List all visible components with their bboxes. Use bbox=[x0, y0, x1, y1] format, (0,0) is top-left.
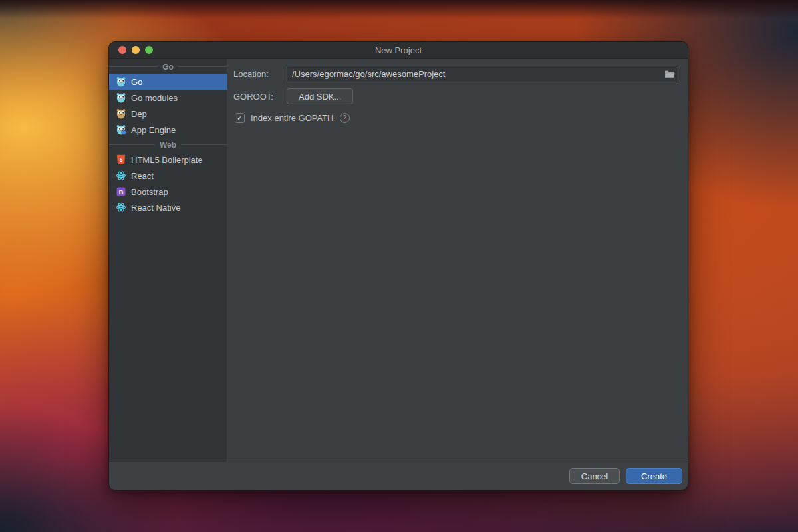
sidebar-item-label: Go modules bbox=[131, 93, 178, 103]
cancel-button[interactable]: Cancel bbox=[569, 468, 620, 484]
sidebar-item-label: Bootstrap bbox=[131, 187, 168, 197]
sidebar-item-dep[interactable]: Dep bbox=[109, 106, 227, 122]
react-icon bbox=[116, 202, 126, 213]
project-type-sidebar: Go Go Go modules Dep bbox=[109, 59, 227, 462]
sidebar-item-label: App Engine bbox=[131, 125, 176, 135]
section-label: Web bbox=[160, 140, 176, 150]
svg-text:5: 5 bbox=[120, 156, 123, 163]
go-gopher-icon bbox=[116, 92, 126, 103]
titlebar[interactable]: New Project bbox=[109, 42, 688, 59]
divider bbox=[178, 66, 227, 67]
goroot-row: GOROOT: Add SDK... bbox=[233, 88, 678, 104]
create-button[interactable]: Create bbox=[626, 468, 682, 484]
new-project-dialog: New Project Go Go Go modules bbox=[108, 41, 688, 491]
sidebar-item-app-engine[interactable]: App Engine bbox=[109, 122, 227, 138]
sidebar-item-react[interactable]: React bbox=[109, 168, 227, 184]
sidebar-item-label: Go bbox=[131, 77, 142, 87]
location-input[interactable] bbox=[287, 66, 678, 82]
sidebar-item-react-native[interactable]: React Native bbox=[109, 200, 227, 215]
sidebar-item-html5-boilerplate[interactable]: 5 HTML5 Boilerplate bbox=[109, 152, 227, 168]
add-sdk-button[interactable]: Add SDK... bbox=[287, 88, 353, 104]
app-engine-gopher-icon bbox=[116, 124, 126, 135]
gopath-row: ✓ Index entire GOPATH ? bbox=[233, 113, 678, 123]
browse-folder-icon[interactable] bbox=[664, 68, 675, 80]
help-glyph: ? bbox=[342, 115, 346, 122]
sidebar-item-go[interactable]: Go bbox=[109, 74, 227, 90]
svg-text:B: B bbox=[119, 189, 124, 196]
help-icon[interactable]: ? bbox=[340, 113, 350, 123]
dialog-footer: Cancel Create bbox=[109, 462, 688, 490]
go-gopher-icon bbox=[116, 76, 126, 87]
sidebar-item-go-modules[interactable]: Go modules bbox=[109, 90, 227, 106]
sidebar-item-label: React bbox=[131, 171, 154, 181]
sidebar-item-label: HTML5 Boilerplate bbox=[131, 155, 203, 165]
dialog-content: Go Go Go modules Dep bbox=[109, 59, 688, 462]
project-settings-panel: Location: GOROOT: Add SDK... ✓ Index ent… bbox=[227, 59, 688, 462]
minimize-button[interactable] bbox=[132, 46, 140, 54]
location-label: Location: bbox=[233, 69, 287, 79]
zoom-button[interactable] bbox=[145, 46, 153, 54]
sidebar-item-label: Dep bbox=[131, 109, 147, 119]
divider bbox=[181, 144, 227, 145]
traffic-lights bbox=[118, 42, 153, 58]
html5-icon: 5 bbox=[116, 154, 126, 165]
window-title: New Project bbox=[375, 45, 422, 55]
checkmark-icon: ✓ bbox=[237, 114, 243, 122]
section-label: Go bbox=[162, 63, 174, 72]
goroot-label: GOROOT: bbox=[233, 92, 287, 102]
index-gopath-label: Index entire GOPATH bbox=[251, 113, 334, 123]
react-icon bbox=[116, 170, 126, 181]
bootstrap-icon: B bbox=[116, 186, 126, 197]
sidebar-item-bootstrap[interactable]: B Bootstrap bbox=[109, 184, 227, 200]
section-header-web: Web bbox=[109, 138, 227, 152]
dep-gopher-icon bbox=[116, 108, 126, 119]
location-row: Location: bbox=[233, 66, 678, 82]
sidebar-item-label: React Native bbox=[131, 203, 180, 213]
close-button[interactable] bbox=[118, 46, 126, 54]
desktop: { "window": { "title": "New Project" }, … bbox=[0, 0, 798, 532]
section-header-go: Go bbox=[109, 60, 227, 74]
location-field-wrap bbox=[287, 66, 678, 82]
divider bbox=[109, 66, 158, 67]
index-gopath-checkbox[interactable]: ✓ bbox=[235, 113, 245, 123]
divider bbox=[109, 144, 155, 145]
